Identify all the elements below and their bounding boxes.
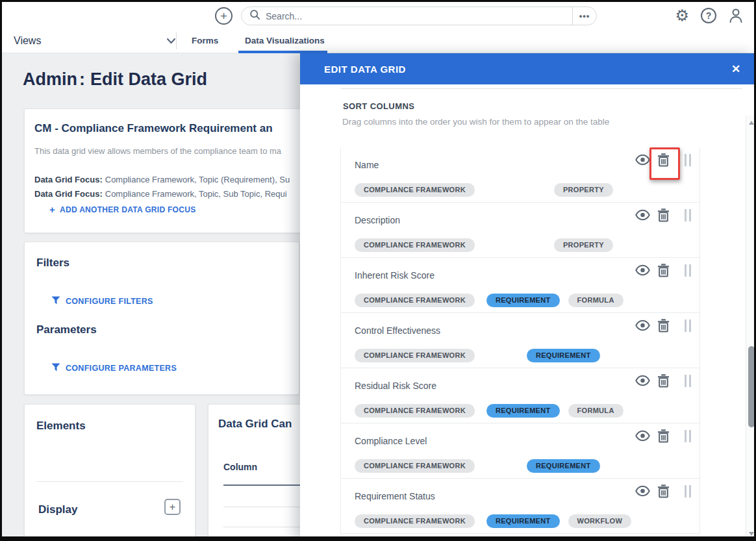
panel-scrollbar[interactable]: [746, 116, 756, 541]
tag-compliance-framework: COMPLIANCE FRAMEWORK: [355, 183, 475, 197]
delete-trash-icon[interactable]: [655, 152, 671, 168]
sort-column-row[interactable]: Description COMPLIANCE FRAMEWORKPROPERTY: [341, 203, 699, 258]
drag-handle[interactable]: [685, 430, 691, 442]
visibility-eye-icon[interactable]: [635, 428, 650, 444]
tag-compliance-framework: COMPLIANCE FRAMEWORK: [355, 404, 475, 418]
visibility-eye-icon[interactable]: [635, 318, 650, 333]
column-name-label: Requirement Status: [355, 491, 435, 501]
scrollbar-thumb[interactable]: [748, 346, 755, 427]
column-tags: COMPLIANCE FRAMEWORKREQUIREMENTFORMULA: [355, 404, 624, 418]
delete-trash-icon[interactable]: [655, 483, 671, 499]
row-actions: [635, 262, 691, 278]
data-grid-name: CM - Compliance Framework Requirement an: [34, 122, 273, 135]
column-name-label: Control Effectiveness: [355, 325, 440, 336]
close-icon[interactable]: ✕: [726, 59, 746, 79]
row-actions: [635, 428, 691, 444]
column-name-label: Compliance Level: [355, 436, 427, 446]
help-icon[interactable]: ?: [701, 6, 716, 25]
sort-columns-list: Name COMPLIANCE FRAMEWORKPROPERTY Descri…: [340, 147, 700, 534]
sort-columns-description: Drag columns into the order you wish for…: [342, 117, 609, 127]
drag-handle[interactable]: [685, 320, 691, 332]
tag-requirement: REQUIREMENT: [527, 459, 600, 473]
user-profile-icon[interactable]: [728, 6, 744, 25]
column-name-label: Inherent Risk Score: [355, 270, 435, 281]
tag-formula: FORMULA: [568, 294, 624, 307]
topbar: + ••• ⚙ ?: [2, 2, 754, 29]
add-display-icon[interactable]: +: [164, 499, 181, 515]
sort-column-row[interactable]: Compliance Level COMPLIANCE FRAMEWORKREQ…: [341, 423, 699, 479]
search-bar[interactable]: •••: [241, 6, 597, 25]
add-data-grid-focus-button[interactable]: + ADD ANOTHER DATA GRID FOCUS: [49, 204, 196, 215]
row-actions: [635, 207, 691, 223]
tag-requirement: REQUIREMENT: [486, 404, 560, 418]
data-grid-focus-row: Data Grid Focus:Compliance Framework, To…: [34, 189, 287, 199]
visibility-eye-icon[interactable]: [635, 262, 650, 278]
drag-handle[interactable]: [685, 209, 691, 221]
row-actions: [635, 152, 691, 168]
sort-column-row[interactable]: Residual Risk Score COMPLIANCE FRAMEWORK…: [341, 368, 699, 423]
views-dropdown[interactable]: Views: [14, 29, 176, 53]
scroll-up-arrow-icon[interactable]: [749, 121, 754, 125]
drag-handle[interactable]: [685, 485, 691, 497]
drag-handle[interactable]: [685, 375, 691, 387]
elements-divider: [36, 481, 183, 482]
drag-handle[interactable]: [685, 264, 691, 277]
create-plus-icon[interactable]: +: [215, 7, 233, 25]
section-divider: [341, 88, 742, 89]
delete-trash-icon[interactable]: [655, 207, 671, 223]
chevron-down-icon: [166, 35, 176, 47]
delete-trash-icon[interactable]: [655, 318, 671, 333]
panel-body: SORT COLUMNS Drag columns into the order…: [300, 84, 756, 541]
drag-handle[interactable]: [685, 154, 691, 166]
tag-property: PROPERTY: [554, 238, 613, 252]
search-more-button[interactable]: •••: [573, 7, 596, 25]
tag-requirement: REQUIREMENT: [486, 514, 560, 528]
delete-trash-icon[interactable]: [655, 428, 671, 444]
tag-requirement: REQUIREMENT: [527, 349, 600, 362]
visibility-eye-icon[interactable]: [635, 152, 650, 168]
data-grid-description: This data grid view allows members of th…: [34, 146, 281, 156]
parameters-heading: Parameters: [36, 323, 97, 336]
filters-heading: Filters: [36, 257, 69, 270]
edit-data-grid-panel: EDIT DATA GRID ✕ SORT COLUMNS Drag colum…: [300, 53, 756, 541]
configure-filters-button[interactable]: CONFIGURE FILTERS: [51, 296, 153, 307]
delete-trash-icon[interactable]: [655, 262, 671, 278]
column-tags: COMPLIANCE FRAMEWORKREQUIREMENT: [355, 459, 600, 473]
column-tags: COMPLIANCE FRAMEWORKREQUIREMENTWORKFLOW: [355, 514, 631, 528]
sort-column-row[interactable]: Inherent Risk Score COMPLIANCE FRAMEWORK…: [341, 258, 699, 313]
visibility-eye-icon[interactable]: [635, 483, 650, 499]
visibility-eye-icon[interactable]: [635, 373, 650, 388]
column-name-label: Residual Risk Score: [355, 381, 436, 391]
tag-compliance-framework: COMPLIANCE FRAMEWORK: [355, 294, 475, 307]
page-title: Admin:Edit Data Grid: [23, 69, 207, 90]
settings-gear-icon[interactable]: ⚙: [675, 6, 689, 25]
scroll-down-arrow-icon[interactable]: [749, 532, 754, 536]
delete-trash-icon[interactable]: [655, 373, 671, 388]
display-heading: Display: [38, 503, 77, 516]
sort-column-row[interactable]: Control Effectiveness COMPLIANCE FRAMEWO…: [341, 313, 699, 368]
row-actions: [635, 373, 691, 388]
filter-funnel-icon: [51, 363, 60, 373]
column-header: Column: [223, 462, 257, 472]
panel-header: EDIT DATA GRID ✕: [300, 53, 756, 84]
search-icon: [249, 9, 260, 23]
topbar-icons: ⚙ ?: [675, 6, 744, 25]
column-name-label: Description: [355, 215, 400, 225]
tab-data-visualizations[interactable]: Data Visualizations: [245, 29, 325, 53]
nav-divider: [176, 32, 177, 49]
configure-parameters-button[interactable]: CONFIGURE PARAMETERS: [51, 363, 177, 373]
sort-column-row[interactable]: Name COMPLIANCE FRAMEWORKPROPERTY: [341, 147, 699, 203]
views-dropdown-label: Views: [14, 35, 41, 47]
tab-forms[interactable]: Forms: [192, 29, 218, 53]
tag-compliance-framework: COMPLIANCE FRAMEWORK: [355, 349, 475, 362]
column-name-label: Name: [355, 160, 379, 170]
row-actions: [635, 318, 691, 333]
visibility-eye-icon[interactable]: [635, 207, 650, 223]
canvas-title: Data Grid Can: [218, 418, 292, 431]
column-tags: COMPLIANCE FRAMEWORKPROPERTY: [355, 183, 613, 197]
sort-column-row[interactable]: Requirement Status COMPLIANCE FRAMEWORKR…: [341, 479, 699, 534]
tag-formula: FORMULA: [568, 404, 624, 418]
column-tags: COMPLIANCE FRAMEWORKREQUIREMENTFORMULA: [355, 294, 624, 307]
search-input[interactable]: [266, 11, 572, 21]
row-actions: [635, 483, 691, 499]
